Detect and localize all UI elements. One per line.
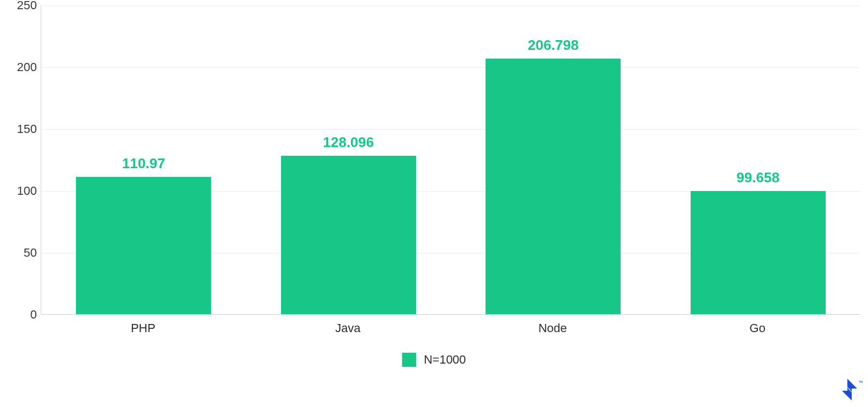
gridline — [41, 67, 860, 68]
bar: 110.97 — [76, 177, 211, 314]
gridline — [41, 5, 860, 6]
bar-value-label: 128.096 — [281, 134, 416, 151]
x-axis-tick: Go — [750, 321, 765, 335]
bar: 99.658 — [691, 191, 826, 314]
plot-area: 110.97128.096206.79899.658 — [41, 5, 860, 315]
bar-chart: 110.97128.096206.79899.658 0501001502002… — [0, 0, 868, 407]
legend-label: N=1000 — [424, 353, 466, 367]
y-axis-tick: 0 — [4, 308, 37, 322]
y-axis-tick: 200 — [4, 60, 37, 74]
y-axis-tick: 150 — [4, 122, 37, 136]
x-axis-tick: PHP — [131, 321, 155, 335]
logo-icon — [842, 379, 857, 400]
bar-value-label: 110.97 — [76, 155, 211, 172]
x-axis-tick: Node — [538, 321, 567, 335]
y-axis-tick: 250 — [4, 0, 37, 12]
legend: N=1000 — [402, 353, 466, 367]
bar-value-label: 206.798 — [486, 37, 621, 54]
legend-swatch — [402, 353, 416, 367]
y-axis-tick: 50 — [4, 246, 37, 260]
gridline — [41, 129, 860, 130]
toptal-logo: ™ — [842, 379, 864, 403]
bar: 128.096 — [281, 156, 416, 314]
bar: 206.798 — [486, 59, 621, 314]
y-axis-tick: 100 — [4, 184, 37, 198]
bar-value-label: 99.658 — [691, 169, 826, 186]
x-axis-tick: Java — [335, 321, 360, 335]
trademark-symbol: ™ — [858, 380, 863, 385]
